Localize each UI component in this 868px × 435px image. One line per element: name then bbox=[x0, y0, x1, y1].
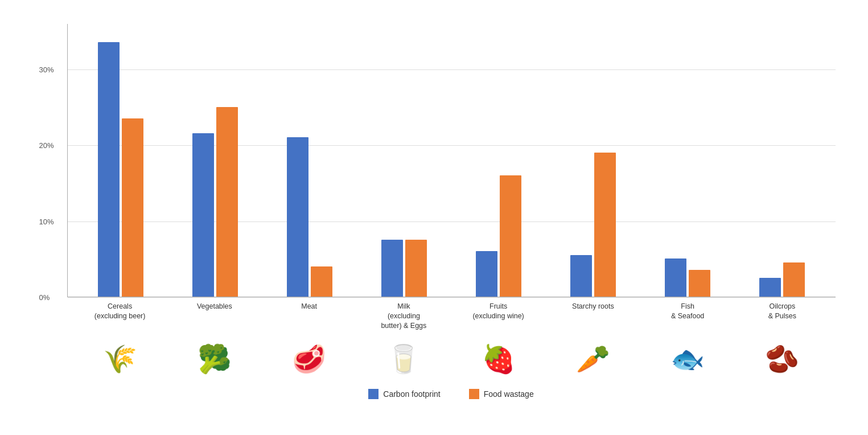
y-tick-label: 20% bbox=[39, 141, 54, 150]
x-label: Meat bbox=[262, 302, 356, 331]
food-icon-cell: 🐟 bbox=[640, 336, 735, 382]
bar-orange bbox=[500, 175, 521, 297]
bar-blue bbox=[287, 137, 308, 297]
bar-blue bbox=[98, 42, 120, 297]
legend-swatch bbox=[368, 389, 379, 399]
legend-item: Carbon footprint bbox=[368, 389, 440, 399]
bar-blue bbox=[759, 278, 781, 297]
legend-swatch bbox=[469, 389, 479, 399]
bars bbox=[570, 153, 616, 297]
bar-group bbox=[168, 107, 262, 297]
food-icon: 🐟 bbox=[670, 346, 705, 373]
bar-orange bbox=[405, 240, 427, 297]
legend: Carbon footprintFood wastage bbox=[67, 389, 836, 399]
bar-orange bbox=[122, 118, 143, 297]
bar-orange bbox=[783, 262, 805, 297]
legend-label: Food wastage bbox=[484, 389, 534, 399]
food-icon-cell: 🥕 bbox=[546, 336, 640, 382]
bars bbox=[98, 42, 143, 297]
bar-orange bbox=[689, 270, 710, 297]
icons-row: 🌾🥦🥩🥛🍓🥕🐟🫘 bbox=[67, 336, 836, 382]
bars bbox=[476, 175, 521, 297]
bar-blue bbox=[570, 255, 592, 297]
bar-group bbox=[451, 175, 546, 297]
bar-orange bbox=[216, 107, 238, 297]
bar-blue bbox=[476, 251, 497, 297]
bars bbox=[287, 137, 332, 297]
y-tick-label: 0% bbox=[39, 293, 50, 302]
bars-area bbox=[68, 24, 836, 297]
food-icon: 🌾 bbox=[103, 346, 137, 373]
food-icon-cell: 🌾 bbox=[73, 336, 167, 382]
food-icon-cell: 🥩 bbox=[262, 336, 356, 382]
bar-blue bbox=[381, 240, 403, 297]
food-icon-cell: 🍓 bbox=[451, 336, 546, 382]
food-icon: 🥕 bbox=[576, 346, 610, 373]
bar-group bbox=[357, 240, 451, 297]
x-label: Milk(excludingbutter) & Eggs bbox=[356, 302, 451, 331]
food-icon: 🍓 bbox=[482, 346, 516, 373]
bar-group bbox=[262, 137, 357, 297]
food-icon-cell: 🥛 bbox=[356, 336, 451, 382]
grid-line bbox=[68, 297, 836, 298]
food-icon: 🥦 bbox=[198, 346, 232, 373]
legend-item: Food wastage bbox=[469, 389, 534, 399]
bars bbox=[759, 262, 805, 297]
bar-group bbox=[735, 262, 829, 297]
bars bbox=[665, 258, 710, 297]
x-label: Fruits(excluding wine) bbox=[451, 302, 546, 331]
bars bbox=[192, 107, 238, 297]
y-tick-label: 30% bbox=[39, 65, 54, 74]
food-icon: 🫘 bbox=[765, 346, 799, 373]
bars bbox=[381, 240, 427, 297]
x-label: Cereals(excluding beer) bbox=[73, 302, 167, 331]
x-label: Starchy roots bbox=[546, 302, 640, 331]
bar-group bbox=[546, 153, 640, 297]
x-label: Oilcrops& Pulses bbox=[735, 302, 829, 331]
bar-group bbox=[640, 258, 735, 297]
bar-blue bbox=[192, 133, 214, 297]
x-label: Vegetables bbox=[167, 302, 262, 331]
y-tick-label: 10% bbox=[39, 217, 54, 225]
chart-container: 0%10%20%30% Cereals(excluding beer)Veget… bbox=[22, 7, 847, 428]
bar-group bbox=[73, 42, 168, 297]
bar-orange bbox=[594, 153, 616, 297]
x-labels: Cereals(excluding beer)VegetablesMeatMil… bbox=[67, 302, 836, 331]
food-icon-cell: 🥦 bbox=[167, 336, 262, 382]
chart-area: 0%10%20%30% bbox=[67, 24, 836, 297]
food-icon: 🥛 bbox=[386, 346, 421, 373]
x-label: Fish& Seafood bbox=[640, 302, 735, 331]
legend-label: Carbon footprint bbox=[383, 389, 440, 399]
food-icon: 🥩 bbox=[292, 346, 326, 373]
bar-orange bbox=[311, 266, 332, 297]
food-icon-cell: 🫘 bbox=[735, 336, 829, 382]
bar-blue bbox=[665, 258, 686, 297]
